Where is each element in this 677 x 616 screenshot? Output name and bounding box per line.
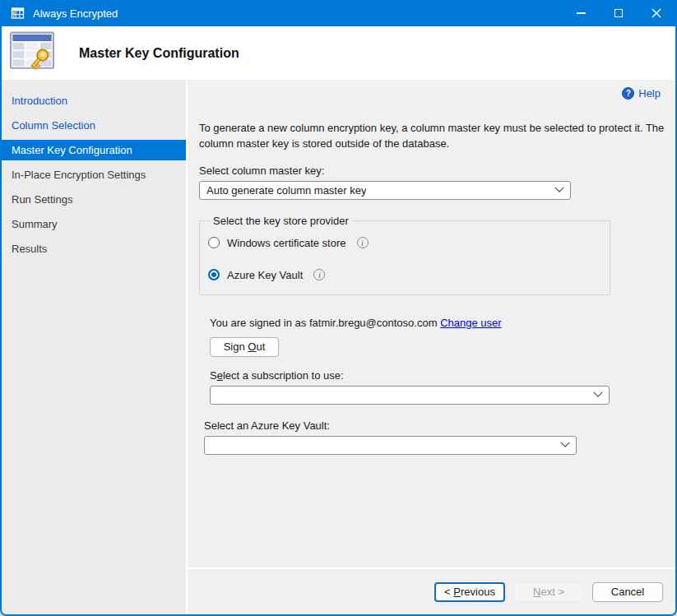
help-row: ? Help xyxy=(199,86,662,100)
cancel-button[interactable]: Cancel xyxy=(592,582,663,602)
sidebar-item-summary[interactable]: Summary xyxy=(2,214,186,234)
sidebar-item-introduction[interactable]: Introduction xyxy=(2,90,186,111)
master-key-label: Select column master key: xyxy=(199,164,662,177)
help-link-label: Help xyxy=(638,87,661,100)
table-key-icon xyxy=(8,30,56,76)
main-column: ? Help To generate a new column encrypti… xyxy=(188,80,675,614)
azure-key-vault-section: You are signed in as fatmir.bregu@contos… xyxy=(210,317,662,405)
help-link[interactable]: ? Help xyxy=(622,87,661,100)
chevron-down-icon xyxy=(560,438,569,447)
next-button[interactable]: Next > xyxy=(513,582,584,602)
sidebar-item-master-key-configuration[interactable]: Master Key Configuration xyxy=(2,140,186,160)
main-content: ? Help To generate a new column encrypti… xyxy=(188,80,675,567)
master-key-dropdown-value: Auto generate column master key xyxy=(206,184,366,197)
chevron-down-icon xyxy=(554,183,563,192)
signed-in-text: You are signed in as fatmir.bregu@contos… xyxy=(210,317,438,329)
always-encrypted-window: Always Encrypted xyxy=(0,0,677,616)
page-title: Master Key Configuration xyxy=(79,46,239,61)
info-icon[interactable]: i xyxy=(357,237,369,248)
titlebar[interactable]: Always Encrypted xyxy=(2,0,675,26)
chevron-down-icon xyxy=(593,388,602,397)
subscription-dropdown[interactable] xyxy=(210,386,610,405)
change-user-link[interactable]: Change user xyxy=(440,317,501,329)
sidebar-item-run-settings[interactable]: Run Settings xyxy=(2,189,186,210)
help-icon: ? xyxy=(622,87,634,100)
minimize-button[interactable] xyxy=(562,0,600,26)
radio-azure-key-vault[interactable]: Azure Key Vault i xyxy=(208,269,601,281)
previous-button[interactable]: < Previous xyxy=(434,582,505,602)
sidebar-item-results[interactable]: Results xyxy=(2,239,186,259)
description-text: To generate a new column encryption key,… xyxy=(199,121,665,152)
akv-label: Select an Azure Key Vault: xyxy=(204,419,662,432)
subscription-label: Select a subscription to use: xyxy=(210,369,662,382)
always-encrypted-app-icon xyxy=(10,7,25,20)
akv-dropdown[interactable] xyxy=(204,436,577,455)
window-title: Always Encrypted xyxy=(33,7,118,20)
sidebar-item-column-selection[interactable]: Column Selection xyxy=(2,115,186,136)
signed-in-line: You are signed in as fatmir.bregu@contos… xyxy=(210,317,662,329)
info-icon[interactable]: i xyxy=(313,269,325,280)
master-key-dropdown[interactable]: Auto generate column master key xyxy=(199,181,571,200)
maximize-button[interactable] xyxy=(600,0,638,26)
minimize-icon xyxy=(577,12,586,13)
sign-out-button[interactable]: Sign Out xyxy=(210,337,279,357)
maximize-icon xyxy=(614,9,623,17)
close-icon xyxy=(651,8,661,18)
radio-selected-icon xyxy=(208,269,220,280)
wizard-steps-sidebar: Introduction Column Selection Master Key… xyxy=(2,80,188,614)
window-controls xyxy=(562,0,675,26)
wizard-body: Introduction Column Selection Master Key… xyxy=(2,80,675,614)
wizard-header: Master Key Configuration xyxy=(2,26,675,80)
key-store-provider-legend: Select the key store provider xyxy=(210,215,352,227)
radio-windows-certificate-store[interactable]: Windows certificate store i xyxy=(208,237,601,249)
close-button[interactable] xyxy=(638,0,675,26)
radio-azure-key-vault-label: Azure Key Vault xyxy=(227,269,303,281)
key-store-provider-groupbox: Select the key store provider Windows ce… xyxy=(199,215,610,295)
radio-unselected-icon xyxy=(208,237,220,248)
wizard-footer: < Previous Next > Cancel xyxy=(188,567,675,614)
radio-windows-certificate-store-label: Windows certificate store xyxy=(227,237,346,249)
azure-key-vault-picker: Select an Azure Key Vault: xyxy=(204,419,662,455)
sidebar-item-in-place-encryption[interactable]: In-Place Encryption Settings xyxy=(2,164,186,185)
